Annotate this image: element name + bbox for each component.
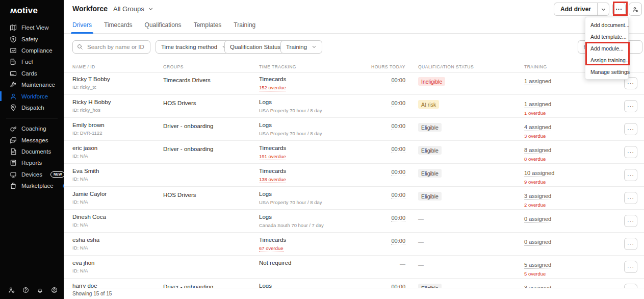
tab-timecards[interactable]: Timecards [104, 19, 133, 33]
hours-today[interactable]: 00:00 [391, 284, 405, 288]
driver-name[interactable]: eric jason [72, 145, 97, 151]
filter-time-tracking-method[interactable]: Time tracking method [156, 40, 233, 54]
driver-name[interactable]: harry doe [72, 283, 97, 288]
driver-name[interactable]: Emily brown [72, 122, 105, 128]
row-actions-button[interactable]: ··· [624, 192, 637, 204]
training-assigned[interactable]: 8 assigned [524, 147, 551, 154]
training-assigned[interactable]: 0 assigned [524, 216, 551, 223]
sidebar-item-workforce[interactable]: Workforce [0, 90, 64, 102]
qualification-status-badge: Eligible [418, 146, 442, 155]
filter-bar: Time tracking method Qualification Statu… [64, 34, 644, 62]
admin-settings-icon[interactable] [8, 287, 15, 293]
driver-name[interactable]: Jamie Caylor [72, 191, 107, 197]
driver-name[interactable]: Eva Smith [72, 168, 99, 174]
sidebar-item-compliance[interactable]: Compliance [0, 45, 64, 56]
sidebar-item-dispatch[interactable]: Dispatch [0, 102, 64, 113]
qualification-status-badge: — [418, 262, 424, 268]
tab-templates[interactable]: Templates [194, 19, 222, 33]
training-assigned[interactable]: 3 assigned [524, 193, 551, 200]
table-row[interactable]: eva jhon ID: N/A Not required — — 5 assi… [64, 256, 644, 279]
table-row[interactable]: Jamie Caylor ID: N/A HOS Drivers Logs US… [64, 187, 644, 210]
sidebar-item-label: Fleet View [21, 24, 48, 31]
time-tracking-detail: USA Property 70 hour / 8 day [259, 200, 322, 205]
table-row[interactable]: esha esha ID: N/A Timecards 67 overdue 0… [64, 233, 644, 256]
row-actions-button[interactable]: ··· [624, 146, 637, 158]
row-actions-button[interactable]: ··· [624, 100, 637, 112]
table-row[interactable]: Emily brown ID: DVR-1122 Driver - onboar… [64, 118, 644, 141]
table-row[interactable]: harry doe ID: N/A Driver - onboarding Lo… [64, 279, 644, 288]
training-assigned[interactable]: 4 assigned [524, 124, 551, 131]
sidebar-item-fleet-view[interactable]: Fleet View [0, 22, 64, 33]
training-assigned[interactable]: 1 assigned [524, 101, 551, 108]
hours-today[interactable]: 00:00 [391, 238, 405, 245]
sidebar-item-documents[interactable]: Documents [0, 146, 64, 157]
table-row[interactable]: Ricky H Bobby ID: ricky_hos HOS Drivers … [64, 95, 644, 118]
sidebar-item-maintenance[interactable]: Maintenance [0, 79, 64, 90]
time-tracking-method: Timecards [259, 237, 286, 243]
hours-today[interactable]: 00:00 [391, 215, 405, 222]
driver-id: ID: N/A [72, 222, 106, 228]
qualification-status-badge: Eligible [418, 284, 442, 288]
table-row[interactable]: Ricky T Bobby ID: ricky_tc Timecards Dri… [64, 72, 644, 95]
row-actions-button[interactable]: ··· [624, 215, 637, 227]
report-icon [10, 159, 17, 166]
driver-name[interactable]: Ricky H Bobby [72, 99, 111, 105]
sidebar-item-safety[interactable]: Safety [0, 33, 64, 44]
notifications-icon[interactable] [37, 287, 43, 293]
sidebar-item-fuel[interactable]: Fuel [0, 56, 64, 67]
account-icon[interactable] [51, 287, 58, 293]
hours-today[interactable]: 00:00 [391, 192, 405, 199]
help-icon[interactable] [22, 287, 29, 293]
row-actions-button[interactable]: ··· [624, 238, 637, 250]
row-actions-button[interactable]: ··· [624, 261, 637, 273]
hours-today[interactable]: 00:00 [391, 146, 405, 153]
page-title: Workforce [72, 5, 108, 13]
driver-name[interactable]: esha esha [72, 237, 99, 243]
hours-today[interactable]: 00:00 [391, 123, 405, 130]
hours-today[interactable]: 00:00 [391, 77, 405, 84]
search-input[interactable] [86, 43, 146, 51]
sidebar-item-label: Cards [21, 70, 37, 77]
tab-training[interactable]: Training [234, 19, 255, 33]
pin-icon [10, 104, 17, 111]
hours-today[interactable]: 00:00 [391, 169, 405, 176]
table-row[interactable]: eric jason ID: N/A Driver - onboarding T… [64, 141, 644, 164]
sidebar-item-label: Fuel [21, 59, 33, 65]
manage-users-button[interactable] [629, 3, 642, 16]
driver-id: ID: ricky_hos [72, 107, 111, 113]
menu-item-add-document[interactable]: Add document... [585, 19, 628, 31]
training-assigned[interactable]: 10 assigned [524, 170, 554, 177]
hours-today[interactable]: 00:00 [391, 100, 405, 107]
sidebar-item-reports[interactable]: Reports [0, 157, 64, 168]
row-actions-button[interactable]: ··· [624, 123, 637, 135]
table-row[interactable]: Dinesh Coca ID: N/A Logs Canada South 70… [64, 210, 644, 233]
time-tracking-detail: 152 overdue [259, 85, 286, 91]
group-selector[interactable]: All Groups [113, 5, 153, 13]
training-assigned[interactable]: 5 assigned [524, 262, 551, 269]
row-actions-button[interactable]: ··· [624, 169, 637, 181]
driver-name[interactable]: Ricky T Bobby [72, 76, 110, 82]
filter-training[interactable]: Training [280, 40, 322, 54]
sidebar-item-marketplace[interactable]: Marketplace [0, 180, 64, 191]
driver-name[interactable]: Dinesh Coca [72, 214, 106, 220]
add-driver-button[interactable]: Add driver [554, 3, 597, 15]
menu-item-add-template[interactable]: Add template... [585, 31, 628, 42]
menu-item-add-module[interactable]: Add module... [585, 42, 628, 54]
more-actions-button[interactable]: ... [612, 3, 626, 16]
sidebar-item-cards[interactable]: Cards [0, 68, 64, 79]
training-assigned[interactable]: 0 assigned [524, 239, 551, 246]
sidebar-item-messages[interactable]: Messages [0, 135, 64, 146]
tab-qualifications[interactable]: Qualifications [145, 19, 182, 33]
sidebar-item-coaching[interactable]: Coaching [0, 123, 64, 134]
sidebar-item-label: Workforce [21, 93, 48, 99]
driver-name[interactable]: eva jhon [72, 260, 94, 266]
training-assigned[interactable]: 1 assigned [524, 78, 551, 85]
menu-item-assign-training[interactable]: Assign training... [585, 54, 628, 66]
menu-item-manage-settings[interactable]: Manage settings [585, 66, 628, 78]
sidebar-item-devices[interactable]: Devices NEW [0, 169, 64, 180]
driver-id: ID: N/A [72, 268, 94, 273]
row-actions-button[interactable]: ··· [624, 284, 637, 288]
tab-drivers[interactable]: Drivers [72, 19, 92, 33]
add-driver-dropdown-button[interactable] [597, 3, 609, 15]
table-row[interactable]: Eva Smith ID: N/A Timecards 138 overdue … [64, 164, 644, 187]
